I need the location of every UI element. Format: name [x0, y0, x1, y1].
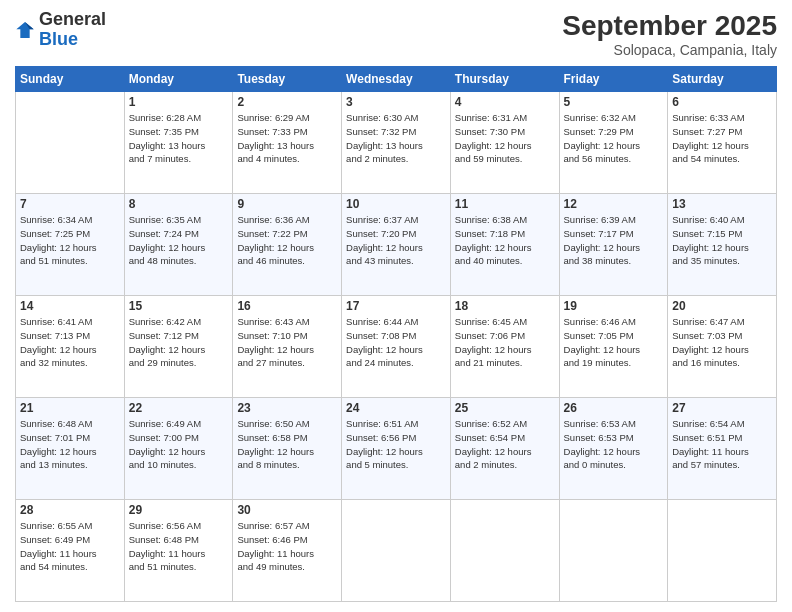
day-cell: 30Sunrise: 6:57 AM Sunset: 6:46 PM Dayli…	[233, 500, 342, 602]
day-cell: 27Sunrise: 6:54 AM Sunset: 6:51 PM Dayli…	[668, 398, 777, 500]
day-header-saturday: Saturday	[668, 67, 777, 92]
day-number: 11	[455, 197, 555, 211]
day-number: 6	[672, 95, 772, 109]
day-number: 5	[564, 95, 664, 109]
day-info: Sunrise: 6:42 AM Sunset: 7:12 PM Dayligh…	[129, 315, 229, 370]
day-cell: 19Sunrise: 6:46 AM Sunset: 7:05 PM Dayli…	[559, 296, 668, 398]
page: General Blue September 2025 Solopaca, Ca…	[0, 0, 792, 612]
week-row-5: 28Sunrise: 6:55 AM Sunset: 6:49 PM Dayli…	[16, 500, 777, 602]
day-header-wednesday: Wednesday	[342, 67, 451, 92]
day-number: 22	[129, 401, 229, 415]
day-info: Sunrise: 6:51 AM Sunset: 6:56 PM Dayligh…	[346, 417, 446, 472]
day-number: 8	[129, 197, 229, 211]
day-info: Sunrise: 6:56 AM Sunset: 6:48 PM Dayligh…	[129, 519, 229, 574]
day-number: 16	[237, 299, 337, 313]
month-title: September 2025	[562, 10, 777, 42]
day-number: 19	[564, 299, 664, 313]
week-row-3: 14Sunrise: 6:41 AM Sunset: 7:13 PM Dayli…	[16, 296, 777, 398]
day-number: 17	[346, 299, 446, 313]
header: General Blue September 2025 Solopaca, Ca…	[15, 10, 777, 58]
day-cell: 7Sunrise: 6:34 AM Sunset: 7:25 PM Daylig…	[16, 194, 125, 296]
day-cell: 11Sunrise: 6:38 AM Sunset: 7:18 PM Dayli…	[450, 194, 559, 296]
day-cell: 15Sunrise: 6:42 AM Sunset: 7:12 PM Dayli…	[124, 296, 233, 398]
day-cell: 12Sunrise: 6:39 AM Sunset: 7:17 PM Dayli…	[559, 194, 668, 296]
day-number: 1	[129, 95, 229, 109]
day-cell: 25Sunrise: 6:52 AM Sunset: 6:54 PM Dayli…	[450, 398, 559, 500]
day-info: Sunrise: 6:35 AM Sunset: 7:24 PM Dayligh…	[129, 213, 229, 268]
day-number: 10	[346, 197, 446, 211]
day-cell	[668, 500, 777, 602]
day-cell: 24Sunrise: 6:51 AM Sunset: 6:56 PM Dayli…	[342, 398, 451, 500]
day-cell: 20Sunrise: 6:47 AM Sunset: 7:03 PM Dayli…	[668, 296, 777, 398]
day-cell: 3Sunrise: 6:30 AM Sunset: 7:32 PM Daylig…	[342, 92, 451, 194]
day-cell: 17Sunrise: 6:44 AM Sunset: 7:08 PM Dayli…	[342, 296, 451, 398]
day-cell: 14Sunrise: 6:41 AM Sunset: 7:13 PM Dayli…	[16, 296, 125, 398]
day-header-sunday: Sunday	[16, 67, 125, 92]
day-number: 26	[564, 401, 664, 415]
day-info: Sunrise: 6:29 AM Sunset: 7:33 PM Dayligh…	[237, 111, 337, 166]
day-header-thursday: Thursday	[450, 67, 559, 92]
day-cell: 22Sunrise: 6:49 AM Sunset: 7:00 PM Dayli…	[124, 398, 233, 500]
day-info: Sunrise: 6:55 AM Sunset: 6:49 PM Dayligh…	[20, 519, 120, 574]
day-cell: 9Sunrise: 6:36 AM Sunset: 7:22 PM Daylig…	[233, 194, 342, 296]
day-number: 28	[20, 503, 120, 517]
day-number: 12	[564, 197, 664, 211]
day-cell: 5Sunrise: 6:32 AM Sunset: 7:29 PM Daylig…	[559, 92, 668, 194]
day-info: Sunrise: 6:48 AM Sunset: 7:01 PM Dayligh…	[20, 417, 120, 472]
day-info: Sunrise: 6:30 AM Sunset: 7:32 PM Dayligh…	[346, 111, 446, 166]
day-info: Sunrise: 6:45 AM Sunset: 7:06 PM Dayligh…	[455, 315, 555, 370]
day-cell: 13Sunrise: 6:40 AM Sunset: 7:15 PM Dayli…	[668, 194, 777, 296]
day-number: 18	[455, 299, 555, 313]
day-number: 30	[237, 503, 337, 517]
day-cell: 8Sunrise: 6:35 AM Sunset: 7:24 PM Daylig…	[124, 194, 233, 296]
day-cell: 6Sunrise: 6:33 AM Sunset: 7:27 PM Daylig…	[668, 92, 777, 194]
day-number: 15	[129, 299, 229, 313]
calendar-header-row: SundayMondayTuesdayWednesdayThursdayFrid…	[16, 67, 777, 92]
logo-icon	[15, 20, 35, 40]
day-cell: 21Sunrise: 6:48 AM Sunset: 7:01 PM Dayli…	[16, 398, 125, 500]
day-info: Sunrise: 6:33 AM Sunset: 7:27 PM Dayligh…	[672, 111, 772, 166]
day-cell	[559, 500, 668, 602]
day-info: Sunrise: 6:50 AM Sunset: 6:58 PM Dayligh…	[237, 417, 337, 472]
day-info: Sunrise: 6:41 AM Sunset: 7:13 PM Dayligh…	[20, 315, 120, 370]
week-row-4: 21Sunrise: 6:48 AM Sunset: 7:01 PM Dayli…	[16, 398, 777, 500]
day-info: Sunrise: 6:34 AM Sunset: 7:25 PM Dayligh…	[20, 213, 120, 268]
day-cell: 29Sunrise: 6:56 AM Sunset: 6:48 PM Dayli…	[124, 500, 233, 602]
day-number: 13	[672, 197, 772, 211]
day-number: 24	[346, 401, 446, 415]
day-header-monday: Monday	[124, 67, 233, 92]
day-cell: 28Sunrise: 6:55 AM Sunset: 6:49 PM Dayli…	[16, 500, 125, 602]
day-number: 7	[20, 197, 120, 211]
title-block: September 2025 Solopaca, Campania, Italy	[562, 10, 777, 58]
day-cell: 16Sunrise: 6:43 AM Sunset: 7:10 PM Dayli…	[233, 296, 342, 398]
day-info: Sunrise: 6:31 AM Sunset: 7:30 PM Dayligh…	[455, 111, 555, 166]
week-row-1: 1Sunrise: 6:28 AM Sunset: 7:35 PM Daylig…	[16, 92, 777, 194]
day-number: 9	[237, 197, 337, 211]
day-number: 27	[672, 401, 772, 415]
day-number: 14	[20, 299, 120, 313]
day-number: 29	[129, 503, 229, 517]
day-info: Sunrise: 6:46 AM Sunset: 7:05 PM Dayligh…	[564, 315, 664, 370]
day-info: Sunrise: 6:49 AM Sunset: 7:00 PM Dayligh…	[129, 417, 229, 472]
day-number: 4	[455, 95, 555, 109]
day-cell: 18Sunrise: 6:45 AM Sunset: 7:06 PM Dayli…	[450, 296, 559, 398]
logo-general-text: General	[39, 9, 106, 29]
day-number: 2	[237, 95, 337, 109]
day-number: 23	[237, 401, 337, 415]
day-cell	[16, 92, 125, 194]
day-number: 20	[672, 299, 772, 313]
day-info: Sunrise: 6:53 AM Sunset: 6:53 PM Dayligh…	[564, 417, 664, 472]
day-info: Sunrise: 6:57 AM Sunset: 6:46 PM Dayligh…	[237, 519, 337, 574]
day-info: Sunrise: 6:40 AM Sunset: 7:15 PM Dayligh…	[672, 213, 772, 268]
day-cell: 1Sunrise: 6:28 AM Sunset: 7:35 PM Daylig…	[124, 92, 233, 194]
day-info: Sunrise: 6:44 AM Sunset: 7:08 PM Dayligh…	[346, 315, 446, 370]
day-info: Sunrise: 6:43 AM Sunset: 7:10 PM Dayligh…	[237, 315, 337, 370]
day-info: Sunrise: 6:54 AM Sunset: 6:51 PM Dayligh…	[672, 417, 772, 472]
location-subtitle: Solopaca, Campania, Italy	[562, 42, 777, 58]
day-info: Sunrise: 6:28 AM Sunset: 7:35 PM Dayligh…	[129, 111, 229, 166]
day-cell: 2Sunrise: 6:29 AM Sunset: 7:33 PM Daylig…	[233, 92, 342, 194]
day-header-friday: Friday	[559, 67, 668, 92]
day-number: 21	[20, 401, 120, 415]
day-info: Sunrise: 6:39 AM Sunset: 7:17 PM Dayligh…	[564, 213, 664, 268]
logo: General Blue	[15, 10, 106, 50]
